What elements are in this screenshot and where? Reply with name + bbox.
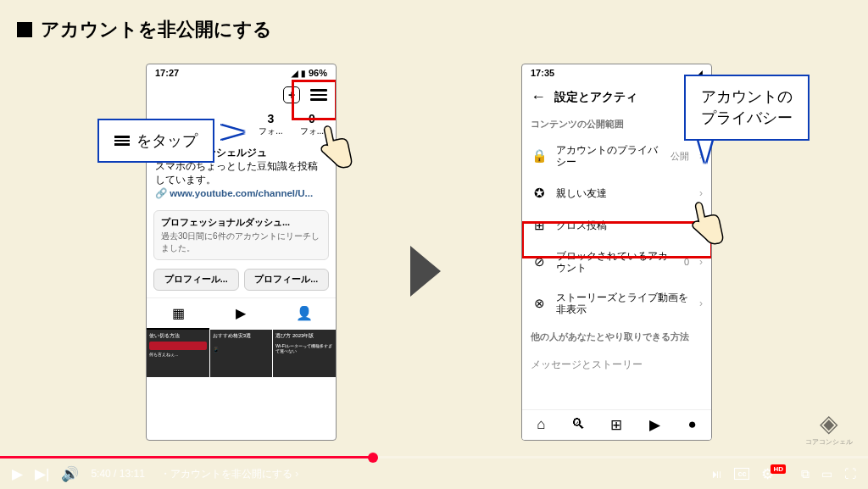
header-title: 設定とアクティ	[554, 90, 637, 105]
row-crosspost[interactable]: ⊞ クロス投稿 ›	[522, 209, 711, 242]
slide-title: アカウントを非公開にする	[17, 17, 272, 42]
hide-icon: ⊗	[531, 296, 548, 311]
crosspost-icon: ⊞	[531, 218, 548, 233]
row-account-privacy[interactable]: 🔒 アカウントのプライバシー 公開 ›	[522, 136, 711, 177]
create-post-button[interactable]: +	[283, 86, 300, 103]
post-thumb-1[interactable]: 使い切る方法 何も言えねぇ...	[147, 330, 209, 377]
section-label-2: 他の人があなたとやり取りできる方法	[522, 324, 711, 350]
watermark-icon: ◈	[805, 409, 853, 437]
theater-button[interactable]: ▭	[821, 467, 832, 481]
hamburger-icon	[114, 136, 130, 146]
status-bar: 17:27 ◢ ▮ 96%	[147, 64, 336, 81]
video-chapter[interactable]: ・アカウントを非公開にする ›	[160, 467, 298, 481]
play-button[interactable]: ▶	[12, 465, 23, 483]
section-label: コンテンツの公開範囲	[522, 113, 711, 136]
volume-button[interactable]: 🔊	[61, 465, 79, 483]
post-thumb-2[interactable]: おすすめ格安3選 📱	[210, 330, 273, 377]
nav-reels-icon[interactable]: ▶	[636, 410, 674, 440]
dashboard-subtitle: 過去30日間に6件のアカウントにリーチしました。	[161, 231, 321, 254]
signal-icon: ◢	[292, 69, 298, 78]
chevron-right-icon: ›	[699, 219, 703, 231]
battery-text: 96%	[309, 68, 327, 78]
post-thumb-3[interactable]: 選び方 2023年版 Wi-Fiルーターって機種多すぎて選べない	[273, 330, 336, 377]
watermark-text: コアコンシェル	[805, 437, 853, 447]
miniplayer-button[interactable]: ⧉	[801, 467, 810, 481]
stat-following[interactable]: 0 フォ...	[300, 112, 324, 137]
video-frame: アカウントを非公開にする 17:27 ◢ ▮ 96% + 3 フォ... 0 フ…	[0, 0, 868, 489]
status-bar: 17:35 ◢	[522, 64, 711, 81]
profile-tabs: ▦ ▶ 👤	[147, 297, 336, 330]
tab-tagged[interactable]: 👤	[273, 298, 336, 330]
row-hide-stories[interactable]: ⊗ ストーリーズとライブ動画を非表示 ›	[522, 283, 711, 325]
callout-text: アカウントの プライバシー	[701, 86, 793, 129]
status-time: 17:27	[155, 68, 179, 78]
tab-grid[interactable]: ▦	[147, 298, 209, 330]
nav-profile-icon[interactable]: ●	[673, 410, 711, 440]
dashboard-card[interactable]: プロフェッショナルダッシュ... 過去30日間に6件のアカウントにリーチしました…	[153, 210, 329, 260]
bio-description: スマホのちょっとした豆知識を投稿しています。	[155, 159, 327, 186]
callout-tail	[220, 125, 244, 139]
captions-button[interactable]: cc	[734, 468, 749, 480]
fullscreen-button[interactable]: ⛶	[844, 467, 856, 481]
callout-privacy: アカウントの プライバシー	[684, 75, 810, 141]
star-circle-icon: ✪	[531, 186, 548, 201]
nav-create-icon[interactable]: ⊞	[598, 410, 636, 440]
status-right: ◢ ▮ 96%	[292, 68, 327, 78]
chevron-right-icon: ›	[699, 187, 703, 199]
settings-button[interactable]: ⚙HD	[761, 465, 789, 483]
next-button[interactable]: ▶|	[35, 465, 49, 483]
callout-tail	[698, 139, 712, 163]
video-controls: ▶ ▶| 🔊 5:40 / 13:11 ・アカウントを非公開にする › ⏯ cc…	[0, 458, 868, 489]
hamburger-menu-button[interactable]	[310, 89, 327, 101]
video-time: 5:40 / 13:11	[91, 468, 144, 480]
chevron-right-icon: ›	[699, 297, 703, 309]
nav-home-icon[interactable]: ⌂	[522, 410, 560, 440]
watermark: ◈ コアコンシェル	[805, 409, 853, 447]
bio-link[interactable]: 🔗 www.youtube.com/channel/U...	[155, 186, 327, 200]
settings-header: ← 設定とアクティ	[522, 81, 711, 113]
row-messages[interactable]: メッセージとストーリー	[522, 350, 711, 379]
edit-profile-button[interactable]: プロフィール...	[153, 269, 239, 291]
row-close-friends[interactable]: ✪ 親しい友達 ›	[522, 177, 711, 209]
callout-tap-menu: をタップ	[97, 119, 214, 163]
lock-icon: 🔒	[531, 148, 548, 164]
transition-arrow-icon	[410, 246, 441, 297]
slide-title-text: アカウントを非公開にする	[41, 17, 272, 42]
profile-header: +	[147, 81, 336, 108]
battery-icon: ▮	[301, 69, 306, 78]
nav-search-icon[interactable]: 🔍︎	[560, 410, 598, 440]
row-blocked[interactable]: ⊘ ブロックされているアカウント 0 ›	[522, 242, 711, 283]
chevron-right-icon: ›	[699, 256, 703, 268]
tab-reels[interactable]: ▶	[209, 298, 272, 330]
post-grid: 使い切る方法 何も言えねぇ... おすすめ格安3選 📱 選び方 2023年版 W…	[147, 330, 336, 377]
callout-text: をタップ	[136, 131, 198, 151]
block-icon: ⊘	[531, 254, 548, 270]
share-profile-button[interactable]: プロフィール...	[244, 269, 330, 291]
bottom-nav: ⌂ 🔍︎ ⊞ ▶ ●	[522, 409, 711, 440]
autoplay-toggle[interactable]: ⏯	[710, 467, 722, 481]
dashboard-title: プロフェッショナルダッシュ...	[161, 216, 321, 229]
stat-followers[interactable]: 3 フォ...	[259, 112, 282, 137]
title-bullet	[17, 22, 32, 37]
profile-buttons: プロフィール... プロフィール...	[147, 265, 336, 294]
back-arrow-icon[interactable]: ←	[531, 88, 546, 106]
status-time: 17:35	[531, 68, 554, 78]
